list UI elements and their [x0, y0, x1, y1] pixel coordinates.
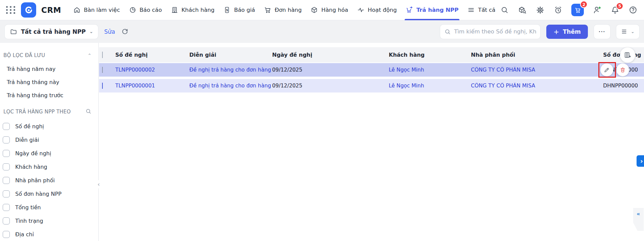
checkbox[interactable]	[3, 177, 10, 184]
filter-field-tong-tien[interactable]: Tổng tiền	[0, 200, 98, 214]
cell-dien-giai[interactable]: Đề nghị trả hàng cho đơn hàng NPP DHN...	[189, 83, 272, 89]
checkbox[interactable]	[3, 204, 10, 211]
cell-khach-hang[interactable]: Lê Ngọc Minh	[389, 67, 471, 73]
help-icon[interactable]	[628, 5, 638, 15]
notifications-bell-icon[interactable]: 5	[610, 5, 620, 15]
pencil-icon	[603, 66, 610, 73]
top-navigation: CRM Bàn làm việc Báo cáo Khách hàng $ Bá…	[0, 0, 644, 20]
refresh-icon[interactable]	[121, 28, 129, 35]
filter-field-ngay-de-nghi[interactable]: Ngày đề nghị	[0, 146, 98, 160]
nav-item-customers[interactable]: Khách hàng	[166, 0, 219, 20]
collapse-section-icon[interactable]: ⌃	[88, 53, 92, 58]
column-header-nha-phan-phoi[interactable]: Nhà phân phối	[471, 52, 603, 58]
checkbox[interactable]	[3, 231, 10, 238]
nav-item-all[interactable]: Tất cả	[463, 0, 500, 20]
cell-so-de-nghi[interactable]: TLNPP0000001	[115, 83, 189, 89]
filter-field-label: Số đề nghị	[15, 123, 44, 130]
price-quote-icon: $	[223, 6, 231, 14]
next-panel-button[interactable]: ›	[637, 155, 644, 167]
search-input[interactable]	[454, 28, 536, 35]
checkbox[interactable]	[3, 163, 10, 170]
global-search-icon[interactable]	[500, 5, 509, 15]
column-header-ngay-de-nghi[interactable]: Ngày đề nghị	[272, 52, 389, 58]
filter-field-dien-giai[interactable]: Diễn giải	[0, 133, 98, 146]
notifications-badge: 5	[616, 2, 624, 10]
nav-label: Hàng hóa	[321, 7, 348, 13]
add-user-icon[interactable]	[592, 5, 602, 15]
app-launcher-icon[interactable]	[6, 6, 16, 14]
nav-label: Khách hàng	[182, 7, 215, 13]
filter-field-khach-hang[interactable]: Khách hàng	[0, 160, 98, 173]
filter-field-tinh-trang[interactable]: Tình trạng	[0, 214, 98, 227]
nav-item-products[interactable]: Hàng hóa	[306, 0, 352, 20]
cart-return-icon	[406, 6, 413, 14]
nav-item-orders[interactable]: Đơn hàng	[259, 0, 306, 20]
filter-field-so-don-hang-npp[interactable]: Số đơn hàng NPP	[0, 187, 98, 200]
add-button[interactable]: + Thêm	[546, 25, 588, 39]
row-checkbox[interactable]	[102, 83, 103, 89]
nav-label: Hoạt động	[368, 7, 397, 13]
table-row[interactable]: TLNPP0000001 Đề nghị trả hàng cho đơn hà…	[99, 79, 644, 92]
filter-field-label: Tổng tiền	[15, 204, 41, 211]
table-row[interactable]: TLNPP0000002 Đề nghị trả hàng cho đơn hà…	[99, 63, 644, 77]
filter-field-nha-phan-phoi[interactable]: Nhà phân phối	[0, 173, 98, 187]
saved-filter-this-month[interactable]: Trả hàng tháng này	[0, 76, 98, 89]
store-app-icon[interactable]: 2	[571, 4, 584, 16]
nav-item-workspace[interactable]: Bàn làm việc	[69, 0, 124, 20]
checkbox[interactable]	[3, 150, 10, 157]
cell-dien-giai[interactable]: Đề nghị trả hàng cho đơn hàng NPP DHN...	[189, 67, 272, 73]
filter-sidebar: BỘ LỌC ĐÃ LƯU ⌃ Trả hàng năm nay Trả hàn…	[0, 43, 99, 241]
select-all-checkbox[interactable]	[102, 52, 103, 58]
reminder-clock-icon[interactable]	[553, 5, 563, 15]
layout-switcher-button[interactable]: ⌄	[616, 25, 639, 39]
double-chevron-left-icon: «	[637, 211, 640, 217]
cell-so-don-hang: DHNPP00000	[603, 83, 644, 89]
column-header-khach-hang[interactable]: Khách hàng	[389, 52, 471, 58]
chevron-down-icon: ⌄	[89, 29, 93, 34]
amis-logo[interactable]	[21, 2, 36, 18]
folder-icon	[10, 28, 17, 35]
cell-khach-hang[interactable]: Lê Ngọc Minh	[389, 83, 471, 89]
filter-field-so-de-nghi[interactable]: Số đề nghị	[0, 119, 98, 133]
add-column-icon	[624, 51, 631, 59]
filter-by-title: LỌC TRẢ HÀNG NPP THEO	[3, 109, 71, 115]
delete-row-button[interactable]	[616, 63, 629, 76]
filter-field-list: Số đề nghị Diễn giải Ngày đề nghị Khách …	[0, 119, 98, 241]
checkbox[interactable]	[3, 217, 10, 224]
column-header-dien-giai[interactable]: Diễn giải	[189, 52, 272, 58]
row-checkbox[interactable]	[102, 67, 103, 73]
nav-item-quotes[interactable]: $ Báo giá	[219, 0, 259, 20]
filter-search-icon[interactable]	[85, 108, 92, 115]
product-lookup-icon[interactable]	[518, 5, 527, 15]
sidebar-collapse-handle[interactable]: ‹	[95, 180, 102, 188]
saved-filters-list: Trả hàng năm nay Trả hàng tháng này Trả …	[0, 62, 98, 102]
nav-label: Báo giá	[234, 7, 255, 13]
checkbox[interactable]	[3, 123, 10, 130]
crm-app: CRM Bàn làm việc Báo cáo Khách hàng $ Bá…	[0, 0, 644, 241]
edit-view-link[interactable]: Sửa	[104, 28, 115, 35]
saved-filter-this-year[interactable]: Trả hàng năm nay	[0, 62, 98, 76]
cell-nha-phan-phoi[interactable]: CÔNG TY CỔ PHẦN MISA	[471, 83, 603, 89]
column-header-so-de-nghi[interactable]: Số đề nghị	[115, 52, 189, 58]
nav-utilities: 2 5 TM 1	[500, 3, 644, 17]
add-column-button[interactable]	[620, 47, 635, 62]
nav-label: Bàn làm việc	[84, 7, 120, 13]
view-selector-dropdown[interactable]: Tất cả trả hàng NPP ⌄	[5, 25, 98, 39]
cell-ngay-de-nghi: 09/12/2025	[272, 67, 389, 73]
checkbox[interactable]	[3, 136, 10, 143]
cell-nha-phan-phoi[interactable]: CÔNG TY CỔ PHẦN MISA	[471, 67, 603, 73]
saved-filter-last-month[interactable]: Trả hàng tháng trước	[0, 89, 98, 102]
filter-field-dia-chi[interactable]: Địa chỉ	[0, 227, 98, 241]
cell-so-de-nghi[interactable]: TLNPP0000002	[115, 67, 189, 73]
nav-item-npp-returns[interactable]: Trả hàng NPP	[401, 0, 463, 20]
edit-row-button[interactable]	[600, 63, 613, 76]
nav-item-activities[interactable]: Hoạt động	[353, 0, 401, 20]
trash-icon	[619, 66, 626, 73]
hamburger-menu-icon	[467, 6, 475, 14]
package-icon	[310, 6, 318, 14]
checkbox[interactable]	[3, 190, 10, 197]
add-button-label: Thêm	[563, 28, 581, 35]
more-actions-button[interactable]: ...	[594, 25, 610, 39]
nav-item-reports[interactable]: Báo cáo	[124, 0, 166, 20]
settings-gear-icon[interactable]	[535, 5, 545, 15]
